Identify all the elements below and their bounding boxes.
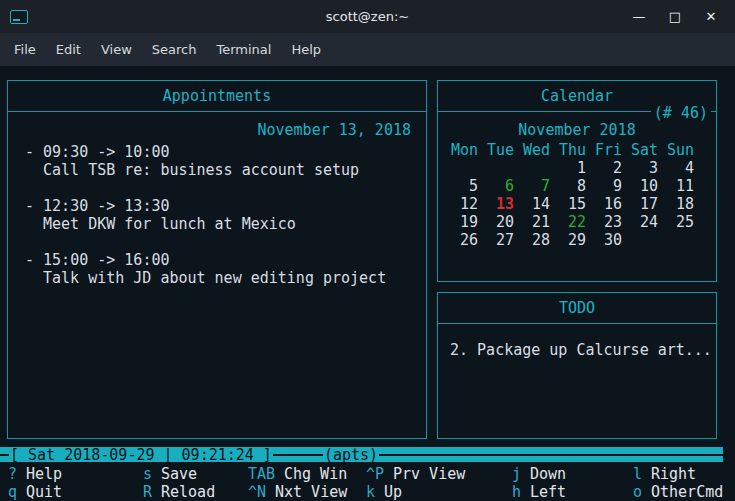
appointment-desc: Talk with JD about new editing project — [8, 269, 426, 287]
calendar-day: 14 — [522, 195, 558, 213]
key-action: Left — [530, 483, 566, 501]
calendar-day-header: Mon — [450, 141, 486, 159]
key-hint: j — [512, 465, 521, 483]
calendar-day: 28 — [522, 231, 558, 249]
calendar-day: 27 — [486, 231, 522, 249]
key-action: Prv View — [393, 465, 465, 483]
calendar-day: 23 — [594, 213, 630, 231]
key-action: Chg Win — [284, 465, 347, 483]
calendar-day: 4 — [666, 159, 702, 177]
calendar-day: 13 — [486, 195, 522, 213]
calendar-day: 12 — [450, 195, 486, 213]
calendar-day: 10 — [630, 177, 666, 195]
menu-help[interactable]: Help — [288, 40, 324, 59]
todo-title: TODO — [559, 299, 595, 317]
menu-view[interactable]: View — [98, 40, 135, 59]
key-action: Help — [26, 465, 62, 483]
calendar-day: 3 — [630, 159, 666, 177]
calendar-day-header: Wed — [522, 141, 558, 159]
key-action: Up — [384, 483, 402, 501]
calendar-day: 30 — [594, 231, 630, 249]
calendar-day-header: Thu — [558, 141, 594, 159]
menu-edit[interactable]: Edit — [53, 40, 84, 59]
menu-bar: File Edit View Search Terminal Help — [0, 33, 735, 66]
key-action: Nxt View — [275, 483, 347, 501]
calendar-day: 7 — [522, 177, 558, 195]
calendar-day — [630, 231, 666, 249]
calendar-day: 21 — [522, 213, 558, 231]
todo-header: TODO — [438, 293, 716, 324]
titlebar[interactable]: scott@zen:~ — □ ✕ — [0, 0, 735, 33]
appointment-entry: - 15:00 -> 16:00 Talk with JD about new … — [8, 251, 426, 287]
close-button[interactable]: ✕ — [697, 5, 725, 29]
keybar-row-1: ? Help s Save TAB Chg Win ^P Prv View j … — [0, 465, 735, 483]
calendar-day-header: Sat — [630, 141, 666, 159]
calendar-panel: Calendar (# 46) November 2018 Mon Tue We… — [437, 80, 717, 282]
calendar-day — [486, 159, 522, 177]
calendar-day — [522, 159, 558, 177]
minimize-button[interactable]: — — [625, 5, 653, 29]
calendar-day: 22 — [558, 213, 594, 231]
key-hint: l — [633, 465, 642, 483]
calendar-day: 9 — [594, 177, 630, 195]
appointment-time: - 15:00 -> 16:00 — [8, 251, 426, 269]
menu-search[interactable]: Search — [149, 40, 200, 59]
week-number-badge: (# 46) — [651, 105, 711, 121]
calendar-day: 20 — [486, 213, 522, 231]
key-hint: ? — [8, 465, 17, 483]
calendar-day — [666, 231, 702, 249]
key-hint: s — [143, 465, 152, 483]
appointment-entry: - 12:30 -> 13:30 Meet DKW for lunch at M… — [8, 197, 426, 233]
appointment-desc: Call TSB re: business account setup — [8, 161, 426, 179]
status-datetime: [ Sat 2018-09-29 | 09:21:24 ] — [9, 446, 273, 464]
todo-panel: TODO 2. Package up Calcurse art... — [437, 292, 717, 439]
status-bar: [ Sat 2018-09-29 | 09:21:24 ] (apts) — [0, 447, 723, 462]
calendar-day: 5 — [450, 177, 486, 195]
calendar-day-header: Tue — [486, 141, 522, 159]
calendar-day: 19 — [450, 213, 486, 231]
statusbar-dash — [0, 454, 9, 456]
key-action: OtherCmd — [651, 483, 723, 501]
key-hint: TAB — [248, 465, 275, 483]
statusbar-dash — [273, 454, 323, 456]
todo-item: 2. Package up Calcurse art... — [438, 341, 716, 359]
key-action: Quit — [26, 483, 62, 501]
calendar-day — [450, 159, 486, 177]
calendar-day-header: Fri — [594, 141, 630, 159]
status-view-label: (apts) — [323, 446, 379, 464]
terminal-app-icon[interactable] — [10, 10, 28, 24]
calendar-day-header: Sun — [666, 141, 702, 159]
appointment-time: - 09:30 -> 10:00 — [8, 143, 426, 161]
appointment-time: - 12:30 -> 13:30 — [8, 197, 426, 215]
calendar-day: 11 — [666, 177, 702, 195]
calendar-day: 24 — [630, 213, 666, 231]
calendar-day: 1 — [558, 159, 594, 177]
calendar-day: 17 — [630, 195, 666, 213]
key-hint: ^P — [366, 465, 384, 483]
menu-file[interactable]: File — [11, 40, 39, 59]
calendar-day: 25 — [666, 213, 702, 231]
calendar-month-label: November 2018 — [438, 121, 716, 139]
maximize-button[interactable]: □ — [661, 5, 689, 29]
menu-terminal[interactable]: Terminal — [213, 40, 274, 59]
key-hint: ^N — [248, 483, 266, 501]
key-action: Down — [530, 465, 566, 483]
keybar-row-2: q Quit R Reload ^N Nxt View k Up h Left … — [0, 483, 735, 501]
calendar-grid: Mon Tue Wed Thu Fri Sat Sun 1 2 3 4 5 6 … — [450, 141, 702, 249]
statusbar-dash — [379, 454, 723, 456]
key-hint: q — [8, 483, 17, 501]
calendar-day: 8 — [558, 177, 594, 195]
appointment-entry: - 09:30 -> 10:00 Call TSB re: business a… — [8, 143, 426, 179]
calendar-day: 6 — [486, 177, 522, 195]
calendar-day: 26 — [450, 231, 486, 249]
appointments-panel: Appointments November 13, 2018 - 09:30 -… — [7, 80, 427, 439]
terminal-window: scott@zen:~ — □ ✕ File Edit View Search … — [0, 0, 735, 501]
calendar-day: 29 — [558, 231, 594, 249]
appointments-date: November 13, 2018 — [8, 121, 426, 139]
calendar-day: 15 — [558, 195, 594, 213]
calendar-day: 18 — [666, 195, 702, 213]
key-action: Right — [651, 465, 696, 483]
terminal-screen[interactable]: Appointments November 13, 2018 - 09:30 -… — [0, 66, 735, 501]
key-hint: o — [633, 483, 642, 501]
key-hint: R — [143, 483, 152, 501]
